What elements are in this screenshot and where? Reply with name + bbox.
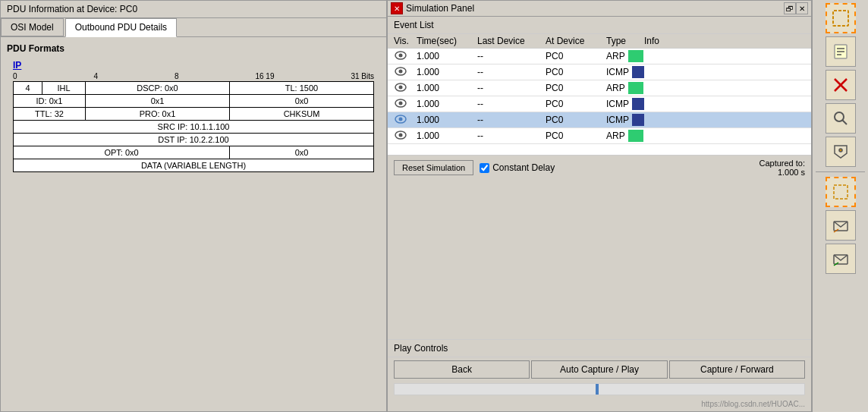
eye-icon[interactable]: [394, 115, 417, 126]
svg-rect-12: [833, 11, 848, 26]
eye-icon[interactable]: [394, 131, 417, 142]
event-last-device: --: [477, 131, 546, 141]
col-type: Type: [606, 36, 644, 46]
svg-point-21: [839, 149, 842, 152]
captured-to-value: 1.000 s: [759, 168, 805, 177]
sim-close-button[interactable]: ✕: [391, 2, 403, 14]
svg-point-11: [399, 133, 403, 137]
event-at-device: PC0: [546, 67, 606, 77]
event-type: ARP: [606, 130, 644, 142]
tag-icon[interactable]: [826, 137, 856, 167]
play-controls-label: Play Controls: [388, 339, 811, 357]
event-time: 1.000: [417, 131, 477, 141]
event-table-header: Vis. Time(sec) Last Device At Device Typ…: [388, 34, 811, 49]
play-buttons: Back Auto Capture / Play Capture / Forwa…: [388, 357, 811, 382]
progress-bar[interactable]: [394, 383, 805, 395]
pdu-formats-label: PDU Formats: [1, 37, 386, 57]
event-last-device: --: [477, 51, 546, 61]
sim-close-x-button[interactable]: ✕: [796, 2, 808, 14]
select-icon[interactable]: [826, 3, 856, 33]
svg-point-9: [399, 117, 403, 121]
col-info: Info: [644, 36, 805, 46]
event-time: 1.000: [417, 115, 477, 125]
left-panel: PDU Information at Device: PC0 OSI Model…: [0, 0, 387, 412]
constant-delay-check[interactable]: [480, 163, 489, 173]
constant-delay-checkbox[interactable]: Constant Delay: [480, 162, 555, 173]
constant-delay-label: Constant Delay: [492, 162, 555, 173]
bit-scale: 0 4 8 16 19 31 Bits: [13, 72, 374, 80]
eye-icon[interactable]: [394, 99, 417, 110]
event-time: 1.000: [417, 51, 477, 61]
event-row[interactable]: 1.000--PC0ICMP: [388, 96, 811, 112]
reset-simulation-button[interactable]: Reset Simulation: [394, 160, 473, 175]
eye-icon[interactable]: [394, 67, 417, 78]
event-at-device: PC0: [546, 83, 606, 93]
sim-controls-bar: Reset Simulation Constant Delay Captured…: [388, 155, 811, 180]
event-row[interactable]: 1.000--PC0ARP: [388, 80, 811, 96]
event-time: 1.000: [417, 67, 477, 77]
ip-table-container: IP 0 4 8 16 19 31 Bits 4 IHL DSCP: 0x0 T…: [1, 57, 386, 178]
event-last-device: --: [477, 67, 546, 77]
event-at-device: PC0: [546, 115, 606, 125]
auto-capture-button[interactable]: Auto Capture / Play: [531, 360, 667, 379]
svg-point-1: [399, 53, 403, 57]
svg-point-19: [835, 112, 844, 121]
send-icon[interactable]: [826, 210, 856, 241]
capture-forward-button[interactable]: Capture / Forward: [669, 360, 805, 379]
event-row[interactable]: 1.000--PC0ARP: [388, 49, 811, 64]
back-button[interactable]: Back: [394, 360, 530, 379]
event-time: 1.000: [417, 83, 477, 93]
event-at-device: PC0: [546, 131, 606, 141]
event-last-device: --: [477, 115, 546, 125]
right-toolbar: [812, 0, 868, 412]
sim-middle-area: [388, 180, 811, 339]
event-type: ICMP: [606, 114, 644, 126]
event-last-device: --: [477, 83, 546, 93]
svg-rect-22: [834, 185, 848, 199]
event-row[interactable]: 1.000--PC0ARP: [388, 128, 811, 144]
send-alt-icon[interactable]: [826, 244, 856, 274]
col-time: Time(sec): [417, 36, 477, 46]
sim-restore-button[interactable]: 🗗: [784, 2, 796, 14]
event-at-device: PC0: [546, 51, 606, 61]
toolbar-separator: [816, 171, 865, 172]
eye-icon[interactable]: [394, 83, 417, 94]
col-at-device: At Device: [546, 36, 606, 46]
simulation-panel: ✕ Simulation Panel 🗗 ✕ Event List Vis. T…: [387, 0, 812, 412]
capture-area-icon[interactable]: [826, 177, 856, 207]
eye-icon[interactable]: [394, 51, 417, 62]
pdu-title: PDU Information at Device: PC0: [1, 1, 386, 18]
delete-icon[interactable]: [826, 70, 856, 100]
event-row[interactable]: 1.000--PC0ICMP: [388, 64, 811, 80]
event-last-device: --: [477, 99, 546, 109]
zoom-icon[interactable]: [826, 103, 856, 134]
event-list-body: 1.000--PC0ARP1.000--PC0ICMP1.000--PC0ARP…: [388, 49, 811, 155]
sim-panel-title: Simulation Panel: [406, 3, 784, 14]
watermark: https://blog.csdn.net/HUOAC...: [388, 397, 811, 411]
svg-point-7: [399, 101, 403, 105]
col-last-device: Last Device: [477, 36, 546, 46]
event-type: ARP: [606, 82, 644, 94]
tab-osi-model[interactable]: OSI Model: [1, 18, 64, 36]
captured-to-label: Captured to:: [759, 159, 805, 168]
svg-point-3: [399, 69, 403, 73]
ip-label: IP: [13, 60, 374, 71]
event-time: 1.000: [417, 99, 477, 109]
event-type: ICMP: [606, 66, 644, 78]
note-icon[interactable]: [826, 36, 856, 67]
ip-fields-table: 4 IHL DSCP: 0x0 TL: 1500 ID: 0x1 0x1 0x0…: [13, 81, 374, 172]
captured-to: Captured to: 1.000 s: [759, 159, 805, 177]
tab-bar: OSI Model Outbound PDU Details: [1, 18, 386, 37]
progress-bar-fill: [596, 384, 599, 395]
event-type: ARP: [606, 50, 644, 62]
svg-point-5: [399, 85, 403, 89]
event-row[interactable]: 1.000--PC0ICMP: [388, 112, 811, 128]
col-vis: Vis.: [394, 36, 417, 46]
tab-outbound-pdu[interactable]: Outbound PDU Details: [65, 18, 177, 37]
event-at-device: PC0: [546, 99, 606, 109]
event-list-label: Event List: [388, 17, 811, 34]
event-type: ICMP: [606, 98, 644, 110]
sim-title-bar: ✕ Simulation Panel 🗗 ✕: [388, 1, 811, 17]
svg-line-20: [842, 121, 847, 125]
